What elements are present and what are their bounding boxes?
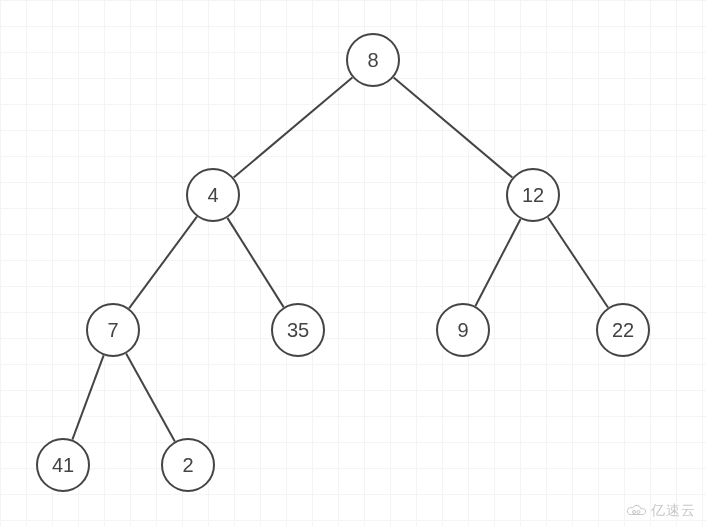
tree-node: 8 bbox=[346, 33, 400, 87]
svg-point-0 bbox=[633, 511, 636, 514]
tree-node: 7 bbox=[86, 303, 140, 357]
tree-node: 12 bbox=[506, 168, 560, 222]
tree-node: 22 bbox=[596, 303, 650, 357]
tree-node: 2 bbox=[161, 438, 215, 492]
tree-edge bbox=[475, 219, 520, 306]
tree-node: 4 bbox=[186, 168, 240, 222]
tree-edge bbox=[72, 355, 103, 439]
tree-edge bbox=[227, 218, 283, 307]
watermark: 亿速云 bbox=[625, 502, 696, 520]
tree-edge bbox=[234, 77, 353, 177]
svg-point-1 bbox=[637, 511, 640, 514]
tree-edge bbox=[126, 354, 175, 442]
tree-node: 35 bbox=[271, 303, 325, 357]
cloud-icon bbox=[625, 504, 647, 518]
tree-edge bbox=[548, 217, 608, 307]
tree-node: 9 bbox=[436, 303, 490, 357]
watermark-text: 亿速云 bbox=[651, 502, 696, 520]
grid-canvas: 8412735922412 亿速云 bbox=[0, 0, 706, 526]
tree-node: 41 bbox=[36, 438, 90, 492]
tree-edge bbox=[129, 217, 197, 309]
tree-edge bbox=[394, 77, 513, 177]
